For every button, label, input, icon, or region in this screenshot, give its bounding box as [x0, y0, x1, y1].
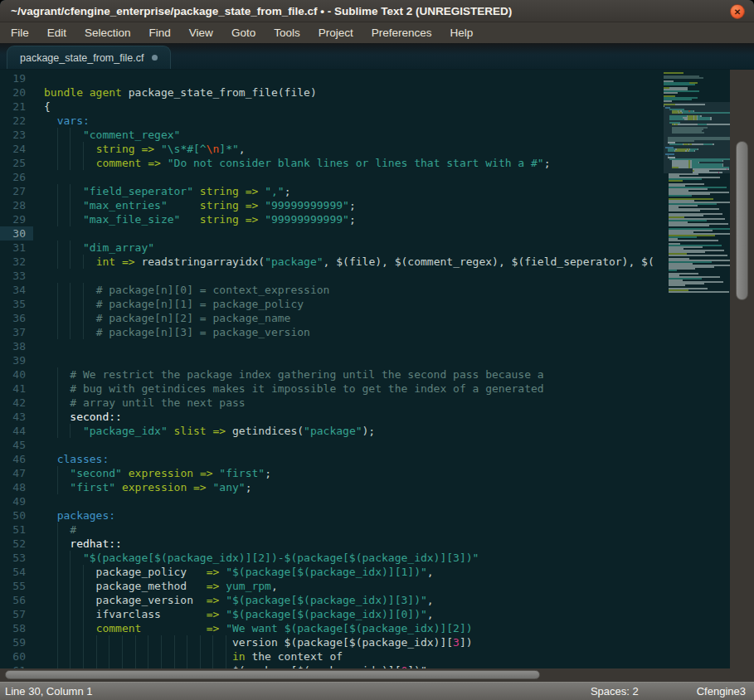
- code-line-59[interactable]: 59 version $(package[$(package_idx)][3]): [0, 635, 664, 649]
- code-line-37[interactable]: 37 # package[n][3] = package_version: [0, 325, 664, 339]
- title-bar[interactable]: ~/vagrant/cfengine_enterprise/package_st…: [0, 0, 754, 22]
- code-line-48[interactable]: 48 "first" expression => "any";: [0, 480, 664, 494]
- code-line-54[interactable]: 54 package_policy => "$(package[$(packag…: [0, 565, 664, 579]
- indent-guide: [226, 649, 226, 664]
- line-number: 49: [0, 494, 33, 508]
- tab-package-state-from-file[interactable]: package_state_from_file.cf: [7, 46, 171, 69]
- status-syntax-mode[interactable]: Cfengine3: [697, 685, 746, 698]
- indent-guide: [70, 142, 71, 156]
- vertical-scrollbar-track[interactable]: [730, 70, 754, 682]
- indent-guide: [187, 649, 187, 664]
- horizontal-scrollbar-thumb[interactable]: [5, 670, 540, 679]
- indent-guide: [57, 142, 58, 156]
- menu-item-help[interactable]: Help: [441, 24, 483, 41]
- line-number: 31: [0, 241, 33, 255]
- indent-guide: [70, 283, 71, 297]
- code-line-26[interactable]: 26: [0, 170, 664, 184]
- code-line-20[interactable]: 20bundle agent package_state_from_file(f…: [0, 85, 664, 100]
- code-line-38[interactable]: 38: [0, 339, 664, 353]
- code-area[interactable]: 1920bundle agent package_state_from_file…: [0, 70, 664, 668]
- code-line-51[interactable]: 51 #: [0, 523, 664, 537]
- code-line-57[interactable]: 57 ifvarclass => "$(package[$(package_id…: [0, 607, 664, 621]
- menu-item-find[interactable]: Find: [140, 24, 180, 41]
- code-line-52[interactable]: 52 redhat::: [0, 537, 664, 551]
- indent-guide: [174, 649, 175, 664]
- menu-item-tools[interactable]: Tools: [265, 24, 309, 41]
- code-line-56[interactable]: 56 package_version => "$(package[$(packa…: [0, 593, 664, 607]
- minimap[interactable]: [664, 70, 730, 668]
- menu-item-edit[interactable]: Edit: [38, 24, 75, 41]
- line-number: 24: [0, 142, 33, 156]
- tab-bar[interactable]: package_state_from_file.cf: [0, 43, 754, 70]
- minimap-viewport[interactable]: [664, 102, 730, 173]
- indent-guide: [226, 635, 226, 649]
- indent-guide: [57, 325, 58, 339]
- code-line-21[interactable]: 21{: [0, 100, 664, 114]
- line-number: 48: [0, 480, 33, 494]
- code-line-25[interactable]: 25 comment => "Do not consider blank lin…: [0, 156, 664, 170]
- code-line-32[interactable]: 32 int => readstringarrayidx("package", …: [0, 255, 664, 269]
- code-line-35[interactable]: 35 # package[n][1] = package_policy: [0, 297, 664, 311]
- line-number: 28: [0, 198, 33, 212]
- code-line-29[interactable]: 29 "max_file_size" string => "9999999999…: [0, 212, 664, 226]
- code-line-19[interactable]: 19: [0, 71, 664, 85]
- code-text: in the context of: [44, 649, 343, 664]
- code-line-34[interactable]: 34 # package[n][0] = context_expression: [0, 283, 664, 297]
- line-number: 33: [0, 269, 33, 283]
- code-line-36[interactable]: 36 # package[n][2] = package_name: [0, 311, 664, 325]
- close-button[interactable]: ✕: [730, 4, 745, 19]
- code-line-55[interactable]: 55 package_method => yum_rpm,: [0, 579, 664, 593]
- code-line-28[interactable]: 28 "max_entries" string => "99999999999"…: [0, 198, 664, 212]
- indent-guide: [70, 241, 71, 255]
- indent-guide: [57, 241, 58, 255]
- line-number: 37: [0, 325, 33, 339]
- code-line-58[interactable]: 58 comment => "We want $(package[$(packa…: [0, 621, 664, 635]
- code-line-22[interactable]: 22 vars:: [0, 114, 664, 128]
- menu-item-selection[interactable]: Selection: [75, 24, 140, 41]
- code-line-40[interactable]: 40 # We restrict the package index gathe…: [0, 367, 664, 382]
- indent-guide: [70, 649, 71, 664]
- menu-item-preferences[interactable]: Preferences: [362, 24, 441, 41]
- code-line-47[interactable]: 47 "second" expression => "first";: [0, 466, 664, 480]
- indent-guide: [57, 156, 58, 170]
- code-line-31[interactable]: 31 "dim_array": [0, 241, 664, 255]
- code-line-39[interactable]: 39: [0, 353, 664, 367]
- code-line-45[interactable]: 45: [0, 438, 664, 452]
- menu-item-goto[interactable]: Goto: [222, 24, 265, 41]
- menu-item-view[interactable]: View: [180, 24, 222, 41]
- code-line-30[interactable]: 30: [0, 226, 664, 241]
- indent-guide: [70, 621, 71, 635]
- code-line-24[interactable]: 24 string => "\s*#[^\n]*",: [0, 142, 664, 156]
- menu-item-file[interactable]: File: [2, 24, 38, 41]
- indent-guide: [83, 283, 84, 297]
- code-line-41[interactable]: 41 # bug with getindices makes it imposs…: [0, 382, 664, 396]
- code-text: package_version => "$(package[$(package_…: [44, 593, 434, 607]
- code-line-42[interactable]: 42 # array until the next pass: [0, 396, 664, 410]
- code-line-44[interactable]: 44 "package_idx" slist => getindices("pa…: [0, 424, 664, 438]
- status-bar: Line 30, Column 1 Spaces: 2 Cfengine3: [0, 682, 754, 700]
- editor[interactable]: 1920bundle agent package_state_from_file…: [0, 70, 754, 682]
- status-spaces-setting[interactable]: Spaces: 2: [591, 685, 639, 698]
- code-line-50[interactable]: 50 packages:: [0, 508, 664, 523]
- code-line-46[interactable]: 46 classes:: [0, 452, 664, 466]
- vertical-scrollbar-thumb[interactable]: [736, 141, 748, 300]
- code-line-33[interactable]: 33: [0, 269, 664, 283]
- indent-guide: [70, 156, 71, 170]
- code-line-49[interactable]: 49: [0, 494, 664, 508]
- indent-guide: [70, 297, 71, 311]
- indent-guide: [57, 311, 58, 325]
- indent-guide: [57, 184, 58, 198]
- indent-guide: [83, 635, 84, 649]
- code-line-27[interactable]: 27 "field_seperator" string => ",";: [0, 184, 664, 198]
- code-line-23[interactable]: 23 "comment_regex": [0, 128, 664, 142]
- line-number: 21: [0, 100, 33, 114]
- indent-guide: [70, 593, 71, 607]
- code-line-43[interactable]: 43 second::: [0, 410, 664, 424]
- horizontal-scrollbar-track[interactable]: [0, 668, 730, 682]
- indent-guide: [57, 635, 58, 649]
- code-lines: 1920bundle agent package_state_from_file…: [0, 70, 664, 668]
- code-line-53[interactable]: 53 "$(package[$(package_idx)][2])-$(pack…: [0, 551, 664, 565]
- code-text: "max_entries" string => "99999999999";: [44, 198, 356, 212]
- menu-item-project[interactable]: Project: [309, 24, 362, 41]
- code-line-60[interactable]: 60 in the context of: [0, 649, 664, 664]
